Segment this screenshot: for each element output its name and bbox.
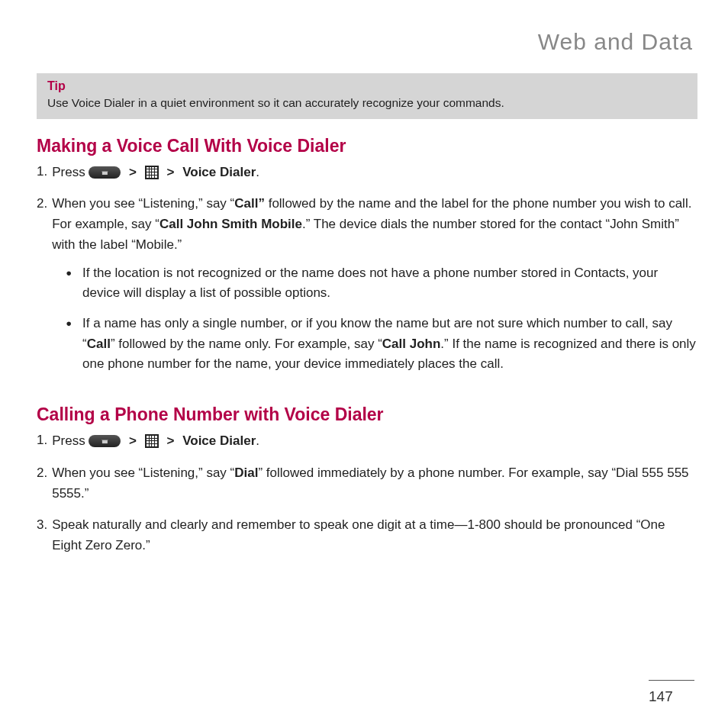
step-number: 2. bbox=[37, 462, 47, 504]
text: Press bbox=[52, 165, 89, 179]
page-header: Web and Data bbox=[37, 29, 697, 55]
tip-box: Tip Use Voice Dialer in a quiet environm… bbox=[37, 73, 697, 119]
home-key-icon bbox=[89, 166, 121, 179]
tip-label: Tip bbox=[47, 79, 687, 93]
step-body: Press > > Voice Dialer. bbox=[52, 430, 697, 451]
section-phone-number: Calling a Phone Number with Voice Dialer… bbox=[37, 404, 697, 556]
step-3: 3. Speak naturally and clearly and remem… bbox=[37, 514, 697, 556]
apps-grid-icon bbox=[145, 434, 159, 448]
apps-grid-icon bbox=[145, 166, 159, 179]
step-number: 3. bbox=[37, 514, 47, 556]
step-2: 2. When you see “Listening,” say “Dial” … bbox=[37, 462, 697, 504]
bold-call-john: Call John bbox=[382, 337, 441, 351]
voice-dialer-label: Voice Dialer bbox=[182, 433, 256, 448]
page-number: 147 bbox=[649, 680, 694, 705]
step-number: 1. bbox=[37, 161, 47, 182]
heading-voice-call: Making a Voice Call With Voice Dialer bbox=[37, 136, 697, 156]
text: Press bbox=[52, 433, 89, 448]
bullet-item: If a name has only a single number, or i… bbox=[52, 314, 697, 374]
section-voice-call: Making a Voice Call With Voice Dialer 1.… bbox=[37, 136, 697, 385]
step-number: 2. bbox=[37, 193, 47, 385]
bold-call: Call bbox=[87, 337, 111, 351]
separator: > bbox=[129, 430, 137, 451]
bold-example: Call John Smith Mobile bbox=[159, 217, 302, 231]
period: . bbox=[256, 165, 259, 179]
step-2: 2. When you see “Listening,” say “Call” … bbox=[37, 193, 697, 385]
step-body: When you see “Listening,” say “Dial” fol… bbox=[52, 462, 697, 504]
separator: > bbox=[167, 430, 175, 451]
separator: > bbox=[129, 162, 137, 182]
separator: > bbox=[167, 162, 175, 182]
bullet-text: If a name has only a single number, or i… bbox=[82, 314, 697, 374]
text: When you see “Listening,” say “ bbox=[52, 465, 234, 480]
step-number: 1. bbox=[37, 430, 47, 451]
bold-dial: Dial bbox=[234, 465, 258, 480]
bullet-text: If the location is not recognized or the… bbox=[82, 263, 697, 304]
text: ” followed by the name only. For example… bbox=[111, 337, 382, 351]
period: . bbox=[256, 433, 259, 448]
text: When you see “Listening,” say “ bbox=[52, 196, 234, 211]
bold-call: Call” bbox=[234, 196, 265, 211]
tip-text: Use Voice Dialer in a quiet environment … bbox=[47, 96, 687, 110]
step-1: 1. Press > > Voice Dialer. bbox=[37, 161, 697, 182]
step-1: 1. Press > > Voice Dialer. bbox=[37, 430, 697, 451]
voice-dialer-label: Voice Dialer bbox=[182, 165, 256, 179]
bullet-item: If the location is not recognized or the… bbox=[52, 263, 697, 304]
step-body: When you see “Listening,” say “Call” fol… bbox=[52, 193, 697, 385]
step-body: Speak naturally and clearly and remember… bbox=[52, 514, 697, 556]
home-key-icon bbox=[89, 435, 121, 447]
step-body: Press > > Voice Dialer. bbox=[52, 161, 697, 182]
heading-phone-number: Calling a Phone Number with Voice Dialer bbox=[37, 404, 697, 425]
